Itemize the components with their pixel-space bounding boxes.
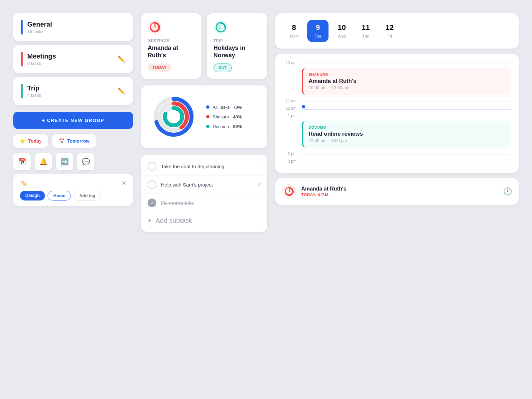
legend-all-tasks: All Tasks 70% <box>206 105 242 110</box>
group-card-general[interactable]: General 16 tasks <box>13 13 133 41</box>
forward-button[interactable]: ➡️ <box>56 153 73 170</box>
group-color-bar <box>21 84 23 98</box>
tag-home[interactable]: Home <box>48 191 71 200</box>
time-divider <box>302 116 511 116</box>
current-time-dot <box>302 105 305 108</box>
cal-day-num: 10 <box>338 23 346 32</box>
event-time: 10:00 am – 12:00 am <box>309 85 505 90</box>
cal-day-name: Fri <box>387 34 392 39</box>
reminder-icon <box>282 184 297 199</box>
schedule-event-amanda[interactable]: SHAKURO Amanda at Ruth's 10:00 am – 12:0… <box>302 68 511 95</box>
reminder-card[interactable]: Amanda at Ruth's TODAY, 4 P.M. 🕐 <box>275 178 519 205</box>
bell-icon: 🔔 <box>39 158 48 166</box>
task-checkbox[interactable] <box>148 162 156 171</box>
cal-day-num: 12 <box>386 23 394 32</box>
event-category: MEETINGS <box>148 39 195 43</box>
trip-event-card[interactable]: TRIP Holidays in Norway SAT <box>207 13 267 79</box>
icon-row: 📅 🔔 ➡️ 💬 <box>13 153 133 170</box>
group-card-trip[interactable]: Trip 4 tasks ✏️ <box>13 77 133 105</box>
tag-design[interactable]: Design <box>20 191 45 200</box>
group-color-bar <box>21 20 23 35</box>
event-org: DOCUMO <box>309 125 505 129</box>
cal-day-8[interactable]: 8 Mon <box>283 20 305 42</box>
legend-pct: 80% <box>233 124 242 129</box>
create-group-button[interactable]: + CREATE NEW GROUP <box>13 112 133 129</box>
legend-documo: Documo 80% <box>206 124 242 129</box>
cal-day-num: 8 <box>292 23 296 32</box>
time-divider <box>302 101 511 102</box>
edit-icon[interactable]: ✏️ <box>118 56 125 63</box>
meetings-event-icon <box>148 20 162 35</box>
add-subtask-label: Add subtask <box>156 217 192 224</box>
calendar-days: 8 Mon 9 Tue 10 Wed 11 Thu 12 Fri <box>283 20 511 42</box>
time-label: 12 am <box>283 106 297 111</box>
schedule-area: 10 am SHAKURO Amanda at Ruth's 10:00 am … <box>275 54 519 173</box>
left-panel: General 16 tasks Meetings 8 tasks ✏️ Tri… <box>13 13 133 206</box>
time-divider <box>302 154 511 155</box>
time-row-1pm: 1 pm <box>283 113 511 118</box>
plus-icon: + <box>148 217 152 224</box>
event-name: Amanda at Ruth's <box>309 78 505 84</box>
calendar-grid-icon: 📅 <box>18 158 26 166</box>
legend-label: Documo <box>213 124 230 129</box>
meetings-event-card[interactable]: MEETINGS Amanda at Ruth's TODAY <box>141 13 201 79</box>
legend-shakuro: Shakuro 40% <box>206 114 242 119</box>
group-card-meetings[interactable]: Meetings 8 tasks ✏️ <box>13 45 133 73</box>
task-item-done[interactable]: ✓ Fix mom's bike <box>141 194 267 212</box>
edit-icon[interactable]: ✏️ <box>118 87 125 95</box>
event-time: 12:30 am – 3:00 pm <box>309 138 505 143</box>
task-checkbox[interactable] <box>148 180 156 189</box>
legend-dot-red <box>206 115 209 118</box>
close-button[interactable]: ✕ <box>121 180 126 187</box>
group-tasks: 8 tasks <box>27 61 56 66</box>
event-name: Read online reviews <box>309 131 505 137</box>
cal-day-9-active[interactable]: 9 Tue <box>307 20 329 42</box>
event-org: SHAKURO <box>309 72 505 76</box>
group-name: Trip <box>27 84 41 92</box>
legend-pct: 40% <box>233 114 242 119</box>
task-text: Help with Sam's project <box>161 182 253 188</box>
calendar-view-button[interactable]: 📅 <box>13 153 31 170</box>
event-title: Amanda at Ruth's <box>148 45 195 59</box>
task-checkbox-done[interactable]: ✓ <box>148 199 156 207</box>
today-filter-button[interactable]: ⭐ Today <box>13 134 48 148</box>
donut-chart <box>150 93 197 140</box>
cal-day-name: Tue <box>315 34 321 39</box>
task-item[interactable]: Help with Sam's project ≡ <box>141 176 267 194</box>
time-row-11am: 11 am <box>283 99 511 103</box>
tomorrow-filter-button[interactable]: 📅 Tomorrow <box>52 134 96 148</box>
events-row: MEETINGS Amanda at Ruth's TODAY TRIP Hol… <box>141 13 267 79</box>
event-badge-today: TODAY <box>148 64 171 71</box>
chart-card: All Tasks 70% Shakuro 40% Documo 80% <box>141 85 267 148</box>
task-text: Take the coat to dry cleaning <box>161 164 253 169</box>
task-menu-icon[interactable]: ≡ <box>258 182 261 188</box>
current-time-line <box>302 109 511 109</box>
add-subtask-button[interactable]: + Add subtask <box>141 212 267 229</box>
cal-day-num: 9 <box>316 23 320 32</box>
reminder-subtitle: TODAY, 4 P.M. <box>301 193 346 197</box>
clock-icon[interactable]: 🕐 <box>503 187 512 196</box>
reminder-title: Amanda at Ruth's <box>301 186 346 192</box>
group-tasks: 4 tasks <box>27 93 41 98</box>
time-row-2pm: 2 pm <box>283 152 511 156</box>
calendar-icon: 📅 <box>59 138 65 144</box>
schedule-event-documo[interactable]: DOCUMO Read online reviews 12:30 am – 3:… <box>302 121 511 148</box>
legend-dot-teal <box>206 125 209 128</box>
tag-add[interactable]: Add tag <box>73 191 101 200</box>
group-name: General <box>27 21 52 28</box>
message-button[interactable]: 💬 <box>77 153 94 170</box>
task-item[interactable]: Take the coat to dry cleaning ≡ <box>141 157 267 176</box>
right-panel: 8 Mon 9 Tue 10 Wed 11 Thu 12 Fri <box>275 13 519 205</box>
cal-day-11[interactable]: 11 Thu <box>355 20 376 42</box>
cal-day-10[interactable]: 10 Wed <box>331 20 352 42</box>
task-menu-icon[interactable]: ≡ <box>258 163 261 169</box>
group-tasks: 16 tasks <box>27 29 52 34</box>
time-divider <box>302 162 511 162</box>
star-icon: ⭐ <box>20 138 26 144</box>
cal-day-12[interactable]: 12 Fri <box>379 20 400 42</box>
legend-label: Shakuro <box>213 114 230 119</box>
time-label: 2 pm <box>283 152 297 156</box>
bell-button[interactable]: 🔔 <box>35 153 52 170</box>
today-label: Today <box>28 138 42 144</box>
calendar-card: 8 Mon 9 Tue 10 Wed 11 Thu 12 Fri <box>275 13 519 49</box>
